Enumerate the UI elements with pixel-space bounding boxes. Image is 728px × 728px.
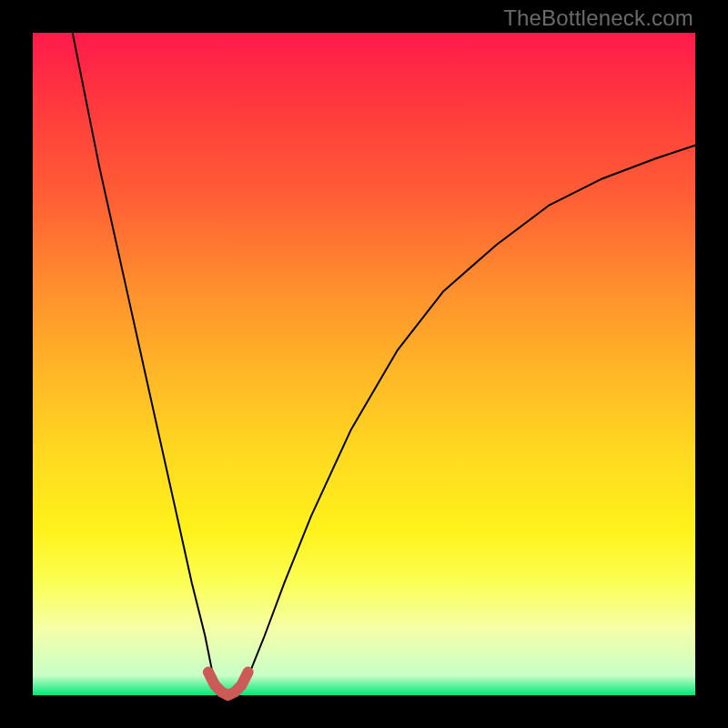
series-highlight-segment [208,672,248,696]
series-bottleneck-curve [73,33,695,695]
chart-svg-layer [0,0,728,728]
chart-series-group [73,33,695,695]
